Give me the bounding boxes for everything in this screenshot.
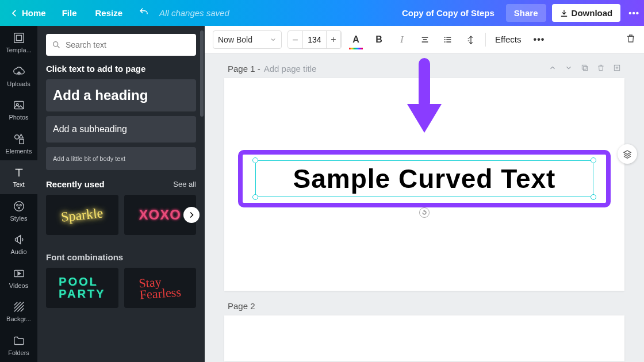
add-heading-card[interactable]: Add a heading — [46, 79, 196, 111]
page-up-button[interactable] — [549, 64, 557, 74]
layers-icon — [623, 149, 632, 159]
file-menu[interactable]: File — [54, 5, 85, 21]
rail-audio[interactable]: Audio — [0, 228, 37, 261]
arrow-down-icon — [404, 58, 444, 138]
bold-button[interactable]: B — [370, 31, 388, 48]
font-selector[interactable]: Now Bold — [213, 30, 282, 49]
rail-uploads[interactable]: Uploads — [0, 60, 37, 94]
document-title[interactable]: Copy of Copy of Steps — [402, 8, 494, 18]
svg-rect-16 — [582, 65, 586, 69]
page-down-button[interactable] — [565, 64, 573, 74]
trash-icon — [626, 33, 636, 44]
size-increase-button[interactable]: + — [326, 31, 341, 48]
rail-styles[interactable]: Styles — [0, 194, 37, 228]
share-button[interactable]: Share — [506, 4, 546, 22]
list-button[interactable] — [439, 31, 457, 48]
selected-text-element[interactable]: Sample Curved Text — [238, 150, 611, 207]
folders-icon — [13, 334, 25, 347]
combos-label: Font combinations — [46, 252, 123, 262]
svg-rect-15 — [584, 67, 588, 71]
styles-icon — [13, 200, 25, 213]
combo-thumb-pool[interactable]: POOLPARTY — [46, 268, 118, 308]
download-button[interactable]: Download — [552, 4, 621, 22]
uploads-icon — [13, 66, 25, 78]
list-icon — [443, 35, 453, 44]
rail-styles-label: Styles — [10, 215, 28, 222]
panel-scrollbar[interactable] — [200, 30, 204, 117]
rail-text[interactable]: Text — [0, 160, 37, 194]
italic-button[interactable]: I — [393, 31, 411, 48]
page-2-label: Page 2 — [228, 301, 255, 311]
rail-uploads-label: Uploads — [7, 80, 30, 87]
main-area: Now Bold – 134 + A B I — [205, 26, 644, 362]
home-button[interactable]: Home — [5, 5, 52, 21]
rail-folders[interactable]: Folders — [0, 329, 37, 363]
top-more-button[interactable]: ••• — [626, 6, 639, 20]
resize-handle-br[interactable] — [591, 194, 596, 200]
rail-videos-label: Videos — [9, 282, 28, 289]
resize-menu[interactable]: Resize — [87, 5, 131, 21]
audio-icon — [13, 233, 25, 246]
thumb-label: StayFearless — [139, 275, 182, 301]
delete-button[interactable] — [626, 33, 636, 46]
text-toolbar: Now Bold – 134 + A B I — [205, 26, 644, 53]
page-2-header: Page 2 — [224, 291, 624, 315]
page-2-canvas[interactable] — [224, 315, 624, 361]
page-1-label: Page 1 - — [228, 64, 260, 74]
search-box[interactable] — [46, 34, 196, 56]
templates-icon — [13, 32, 25, 44]
download-label: Download — [572, 8, 613, 18]
svg-point-7 — [16, 205, 18, 206]
combo-thumb-fearless[interactable]: StayFearless — [124, 268, 197, 308]
selection-bounds: Sample Curved Text — [255, 160, 593, 197]
rail-text-label: Text — [13, 181, 24, 188]
trash-icon — [597, 64, 605, 72]
add-page-button[interactable] — [613, 64, 621, 74]
rail-templates[interactable]: Templa... — [0, 26, 37, 60]
undo-button[interactable] — [133, 3, 155, 22]
effects-button[interactable]: Effects — [492, 34, 525, 44]
rail-photos[interactable]: Photos — [0, 93, 37, 127]
chevron-up-icon — [549, 64, 557, 72]
size-decrease-button[interactable]: – — [288, 31, 303, 48]
see-all-link[interactable]: See all — [173, 180, 196, 188]
recent-next-button[interactable] — [183, 207, 200, 223]
text-color-icon: A — [352, 34, 359, 45]
rotate-icon — [421, 210, 427, 215]
toolbar-more-button[interactable]: ••• — [531, 31, 548, 48]
spacing-button[interactable] — [462, 31, 480, 48]
side-panel: Click text to add to page Add a heading … — [37, 26, 205, 362]
side-rail: Templa... Uploads Photos Elements Text S… — [0, 26, 37, 362]
page-title-input[interactable]: Add page title — [264, 64, 317, 74]
add-page-icon — [613, 64, 621, 72]
canvas-area[interactable]: Page 1 - Add page title — [205, 53, 644, 362]
resize-handle-tr[interactable] — [591, 157, 596, 163]
chevron-right-icon — [188, 211, 195, 218]
align-button[interactable] — [416, 31, 434, 48]
click-hint: Click text to add to page — [46, 64, 196, 74]
rail-templates-label: Templa... — [6, 47, 32, 53]
resize-handle-tl[interactable] — [252, 157, 258, 163]
resize-handle-bl[interactable] — [252, 194, 258, 200]
svg-point-12 — [444, 37, 446, 38]
search-input[interactable] — [66, 40, 190, 49]
rail-videos[interactable]: Videos — [0, 261, 37, 295]
duplicate-page-button[interactable] — [581, 64, 589, 74]
recent-thumb-sparkle[interactable]: Sparkle — [46, 195, 118, 235]
svg-point-8 — [20, 205, 21, 206]
canvas-text[interactable]: Sample Curved Text — [256, 163, 593, 194]
rotate-handle[interactable] — [419, 207, 430, 218]
svg-point-13 — [444, 39, 446, 40]
page-1-canvas[interactable]: Sample Curved Text — [224, 78, 624, 291]
rail-background[interactable]: Backgr... — [0, 295, 37, 329]
add-subheading-card[interactable]: Add a subheading — [46, 116, 196, 143]
thumb-label: XOXO — [139, 207, 181, 223]
background-icon — [13, 301, 25, 313]
text-color-button[interactable]: A — [347, 31, 365, 48]
floating-control[interactable] — [618, 144, 637, 164]
add-body-card[interactable]: Add a little bit of body text — [46, 147, 196, 170]
font-size-value[interactable]: 134 — [303, 35, 326, 44]
svg-point-6 — [14, 202, 24, 211]
delete-page-button[interactable] — [597, 64, 605, 74]
rail-elements[interactable]: Elements — [0, 127, 37, 161]
